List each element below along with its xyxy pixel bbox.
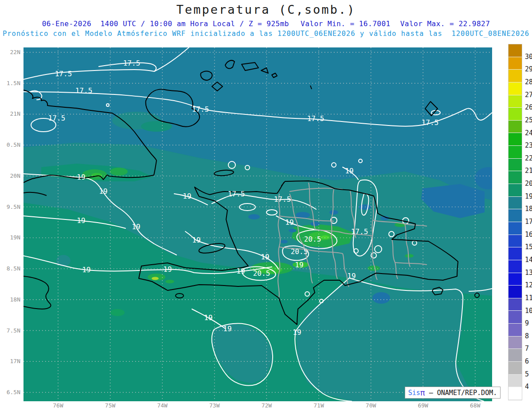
lat-tick-label: 9.5N <box>0 204 20 210</box>
lon-tick-label: 74W <box>149 402 176 409</box>
lat-tick-label: 18N <box>0 296 20 303</box>
colorbar-tick-label: 14 <box>525 256 532 264</box>
colorbar-segment <box>509 146 522 159</box>
colorbar-tick-label: 29 <box>525 65 532 73</box>
contour-label: 17.5 <box>228 190 245 198</box>
contour-label: 19 <box>163 265 172 274</box>
contour-label: 17.5 <box>192 105 209 114</box>
colorbar-tick-label: 19 <box>525 192 532 200</box>
lon-tick-label: 70W <box>358 402 384 409</box>
colorbar-segment <box>509 247 522 260</box>
lon-tick-label: 68W <box>462 402 489 409</box>
lat-tick-label: 1.5N <box>0 80 20 86</box>
colorbar-segment <box>509 184 522 197</box>
temperature-contour-map: 17.517.517.517.517.517.517.517.517.517.5… <box>23 47 492 401</box>
colorbar-tick-label: 8 <box>525 332 529 340</box>
lat-tick-label: 21N <box>0 110 20 117</box>
contour-label: 17.5 <box>55 70 72 78</box>
colorbar-tick-label: 10 <box>525 307 532 315</box>
colorbar-segment <box>509 375 522 388</box>
attribution-text: – ONAMET/REP.DOM. <box>425 389 497 397</box>
colorbar-tick-label: 30 <box>525 53 532 61</box>
map-area: 17.517.517.517.517.517.517.517.517.517.5… <box>23 47 492 401</box>
contour-label: 20.5 <box>291 247 308 256</box>
weather-map-page: Temperatura (C,somb.) 06-Ene-2026 1400 U… <box>0 0 532 411</box>
colorbar-tick-label: 13 <box>525 269 532 277</box>
value-max: Valor Max. = 22.9827 <box>400 20 490 28</box>
contour-label: 17.5 <box>123 59 141 67</box>
lon-tick-label: 71W <box>305 402 332 409</box>
colorbar-segment <box>509 387 522 400</box>
lat-tick-label: 0.5N <box>0 141 20 148</box>
contour-label: 20.5 <box>304 235 321 243</box>
contour-label: 17.5 <box>307 114 325 123</box>
colorbar-tick-label: 27 <box>525 91 532 99</box>
colorbar-tick-label: 5 <box>525 370 529 378</box>
colorbar-tick-label: 23 <box>525 141 532 149</box>
colorbar-segment <box>509 273 522 286</box>
contour-label: 19 <box>295 261 303 269</box>
colorbar-segment <box>509 286 522 298</box>
colorbar-segment <box>509 70 522 82</box>
contour-label: 17.5 <box>75 86 93 95</box>
colorbar-tick-label: 24 <box>525 129 532 137</box>
contour-label: 19 <box>293 328 301 337</box>
contour-label: 19 <box>204 313 212 322</box>
contour-label: 19 <box>345 167 353 175</box>
colorbar-tick-label: 28 <box>525 78 532 86</box>
colorbar-segment <box>509 44 522 57</box>
contour-label: 19 <box>82 266 90 274</box>
colorbar-tick-label: 11 <box>525 294 532 302</box>
lat-tick-label: 22N <box>0 49 20 55</box>
colorbar-segment <box>509 57 522 70</box>
contour-label: 19 <box>99 187 107 196</box>
contour-label: 17.5 <box>422 118 439 127</box>
colorbar-tick-label: 18 <box>525 205 532 213</box>
lon-tick-label: 69W <box>410 402 436 409</box>
contour-label: 19 <box>183 192 191 200</box>
colorbar-segment <box>509 209 522 222</box>
colorbar-tick-label: 12 <box>525 281 532 289</box>
contour-label: 19 <box>77 173 85 181</box>
sis-logo-text: Sis <box>408 389 420 397</box>
colorbar-segment <box>509 82 522 95</box>
colorbar-tick-label: 17 <box>525 218 532 226</box>
colorbar-tick-label: 16 <box>525 231 532 239</box>
model-run-line: Pronóstico con el Modelo Atmósferico WRF… <box>0 30 532 38</box>
colorbar-tick-label: 7 <box>525 344 529 352</box>
page-title: Temperatura (C,somb.) <box>0 3 532 16</box>
contour-label: 19 <box>192 236 200 244</box>
lat-tick-label: 8.5N <box>0 265 20 272</box>
colorbar-segment <box>509 337 522 349</box>
forecast-info-line: 06-Ene-2026 1400 UTC / 10:00 am Hora Loc… <box>0 20 532 28</box>
contour-label: 17.5 <box>274 195 291 204</box>
pi-logo-glyph: π <box>420 389 425 396</box>
colorbar-tick-label: 25 <box>525 116 532 124</box>
contour-label: 20.5 <box>253 269 270 278</box>
colorbar-tick-label: 4 <box>525 383 529 391</box>
contour-label: 19 <box>132 223 140 231</box>
lat-tick-label: 19N <box>0 234 20 241</box>
colorbar-segment <box>509 133 522 146</box>
colorbar-tick-label: 15 <box>525 243 532 251</box>
colorbar-segment <box>509 121 522 133</box>
colorbar-tick-label: 22 <box>525 154 532 162</box>
contour-label: 19 <box>347 272 356 280</box>
colorbar-segment <box>509 349 522 362</box>
contour-label: 19 <box>236 267 245 275</box>
attribution-badge: Sisπ – ONAMET/REP.DOM. <box>405 387 501 399</box>
lon-tick-label: 73W <box>201 402 228 409</box>
colorbar-segment <box>509 298 522 311</box>
value-min: Valor Min. = 16.7001 <box>301 20 391 28</box>
contour-label: 19 <box>77 216 85 225</box>
colorbar-segment <box>509 260 522 273</box>
forecast-datetime: 06-Ene-2026 1400 UTC / 10:00 am Hora Loc… <box>42 20 289 28</box>
colorbar-segment <box>509 171 522 184</box>
temperature-shading <box>23 47 492 401</box>
colorbar-tick-label: 21 <box>525 167 532 175</box>
colorbar-segment <box>509 108 522 121</box>
colorbar-segment <box>509 311 522 324</box>
lon-tick-label: 75W <box>97 402 124 409</box>
colorbar-segment <box>509 159 522 172</box>
contour-label: 17.5 <box>351 227 368 236</box>
